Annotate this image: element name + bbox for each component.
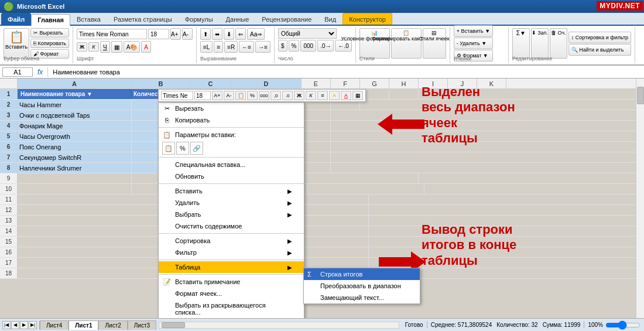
zoom-slider[interactable]: [605, 322, 640, 328]
col-header-C[interactable]: C: [190, 79, 231, 88]
ctx-filter[interactable]: Фильтр ▶: [159, 247, 304, 258]
cell-A6[interactable]: Пояс Onerang: [18, 142, 132, 152]
sort-filter-button[interactable]: ↕ Сортировка и фильтр: [568, 32, 631, 43]
cell-A9[interactable]: [18, 173, 132, 183]
mini-font-name[interactable]: [161, 91, 193, 100]
mini-font-size[interactable]: [194, 91, 211, 100]
italic-button[interactable]: К: [88, 42, 99, 52]
sheet-nav-last[interactable]: ▶|: [29, 321, 37, 329]
cell-A1[interactable]: Наименование товара ▼: [18, 89, 132, 99]
col-header-F[interactable]: F: [331, 79, 360, 88]
sum-button[interactable]: Σ▼: [512, 28, 530, 59]
mini-percent[interactable]: %: [247, 91, 258, 100]
ctx-copy[interactable]: ⎘ Копировать: [159, 114, 304, 126]
clear-button[interactable]: 🗑 Оч.: [550, 28, 567, 59]
sub-convert-range[interactable]: Преобразовать в диапазон: [304, 280, 420, 292]
increase-decimal-button[interactable]: .0→: [317, 40, 334, 52]
ctx-paste-params[interactable]: 📋 Параметры вставки:: [159, 129, 304, 141]
mini-border[interactable]: ▦: [352, 91, 363, 100]
sub-alt-text[interactable]: Замещающий текст...: [304, 292, 420, 303]
cell-A7[interactable]: Секундомер SwitchR: [18, 152, 132, 162]
percent-button[interactable]: %: [289, 40, 300, 52]
mini-align[interactable]: ≡: [317, 91, 328, 100]
fill-button[interactable]: ⬇ Зап.: [531, 28, 549, 59]
tab-formulas[interactable]: Формулы: [179, 13, 220, 25]
align-center-button[interactable]: ≡: [214, 41, 223, 53]
tab-home[interactable]: Главная: [31, 14, 70, 26]
currency-button[interactable]: $: [278, 40, 287, 52]
increase-font-button[interactable]: A+: [170, 28, 181, 40]
tab-file[interactable]: Файл: [1, 13, 31, 25]
col-header-B[interactable]: B: [132, 79, 190, 88]
cell-A3[interactable]: Очки с подсветкой Taps: [18, 110, 132, 120]
cell-A10[interactable]: [18, 184, 132, 194]
find-select-button[interactable]: 🔍 Найти и выделить: [568, 44, 631, 56]
mini-thousands[interactable]: 000: [259, 91, 269, 100]
ctx-cut[interactable]: ✂ Вырезать: [159, 103, 304, 114]
comma-button[interactable]: 000: [300, 40, 316, 52]
vertical-scrollbar[interactable]: [636, 79, 644, 318]
align-left-button[interactable]: ≡L: [200, 41, 213, 53]
number-format-select[interactable]: Общий: [278, 28, 337, 39]
mini-increase-font[interactable]: A+: [212, 91, 222, 100]
sheet-tab-lист1[interactable]: Лист1: [68, 320, 98, 330]
mini-bold[interactable]: Ж: [294, 91, 304, 100]
tab-review[interactable]: Рецензирование: [255, 13, 318, 25]
copy-button[interactable]: ⎘ Копировать: [30, 39, 69, 48]
tab-data[interactable]: Данные: [220, 13, 256, 25]
zoom-area[interactable]: 100%: [584, 322, 644, 328]
ctx-clear[interactable]: Очистить содержимое: [159, 220, 304, 232]
delete-cells-button[interactable]: - Удалить ▼: [454, 37, 493, 49]
tab-constructor[interactable]: Конструктор: [342, 13, 392, 25]
ctx-format-cells[interactable]: Формат ячеек...: [159, 288, 304, 299]
align-top-button[interactable]: ⬆: [200, 28, 211, 40]
wrap-text-button[interactable]: ⇐: [235, 28, 246, 40]
cell-A5[interactable]: Часы Overgrowth: [18, 131, 132, 141]
cell-A8[interactable]: Наплечники Sdrumer: [18, 163, 132, 173]
tab-view[interactable]: Вид: [318, 13, 342, 25]
ctx-special-paste[interactable]: Специальная вставка...: [159, 159, 304, 170]
col-header-A[interactable]: A: [18, 79, 132, 88]
align-bottom-button[interactable]: ⬇: [224, 28, 234, 40]
paste-icon-2[interactable]: %: [176, 142, 189, 155]
scrollbar-thumb[interactable]: [637, 87, 644, 104]
ctx-insert-note[interactable]: 📝 Вставить примечание: [159, 276, 304, 288]
paste-icon-1[interactable]: 📋: [162, 142, 175, 155]
h-scrollbar-thumb[interactable]: [162, 322, 185, 328]
format-as-table-button[interactable]: 📋 Форматировать как таблицу: [391, 28, 422, 59]
cell-reference-input[interactable]: A1: [2, 67, 33, 77]
tab-insert[interactable]: Вставка: [70, 13, 107, 25]
indent-decrease-button[interactable]: ←≡: [239, 41, 254, 53]
ctx-table[interactable]: Таблица ▶: [159, 261, 304, 273]
tab-page-layout[interactable]: Разметка страницы: [107, 13, 179, 25]
cell-A4[interactable]: Фонарик Mage: [18, 121, 132, 131]
paste-icon-3[interactable]: 🔗: [190, 142, 203, 155]
sheet-nav-prev[interactable]: ◀: [11, 321, 19, 329]
sheet-tab-lист3[interactable]: Лист3: [128, 320, 156, 330]
conditional-formatting-button[interactable]: 📊 Условное форматирование: [359, 28, 390, 59]
bold-button[interactable]: Ж: [77, 42, 87, 52]
mini-italic[interactable]: К: [306, 91, 316, 100]
sheet-tab-lист2[interactable]: Лист2: [98, 320, 127, 330]
sheet-tab-lист4[interactable]: Лист4: [40, 320, 68, 330]
col-header-D[interactable]: D: [231, 79, 302, 88]
mini-copy-format[interactable]: 📋: [235, 91, 246, 100]
col-header-H[interactable]: H: [389, 79, 419, 88]
ctx-sort[interactable]: Сортировка ▶: [159, 235, 304, 247]
align-middle-button[interactable]: ⬌: [212, 28, 222, 40]
underline-button[interactable]: Ч: [100, 41, 110, 53]
cell-styles-button[interactable]: ▤ Стили ячеек: [423, 28, 446, 59]
merge-button[interactable]: Aa⇒: [247, 28, 265, 40]
mini-inc-decimal[interactable]: ,0: [270, 91, 281, 100]
sheet-nav-first[interactable]: |◀: [2, 321, 11, 329]
paste-button[interactable]: 📋 Вставить: [4, 28, 29, 59]
ctx-insert[interactable]: Вставить ▶: [159, 185, 304, 197]
mini-font-color[interactable]: A: [341, 91, 351, 100]
col-header-E[interactable]: E: [302, 79, 331, 88]
cut-button[interactable]: ✂ Вырезать: [30, 28, 69, 37]
mini-fill-color[interactable]: A: [329, 91, 340, 100]
mini-decrease-font[interactable]: A-: [224, 91, 234, 100]
formula-input[interactable]: [50, 68, 642, 76]
border-button[interactable]: ▦: [111, 41, 122, 53]
font-size-input[interactable]: 18: [148, 29, 169, 39]
